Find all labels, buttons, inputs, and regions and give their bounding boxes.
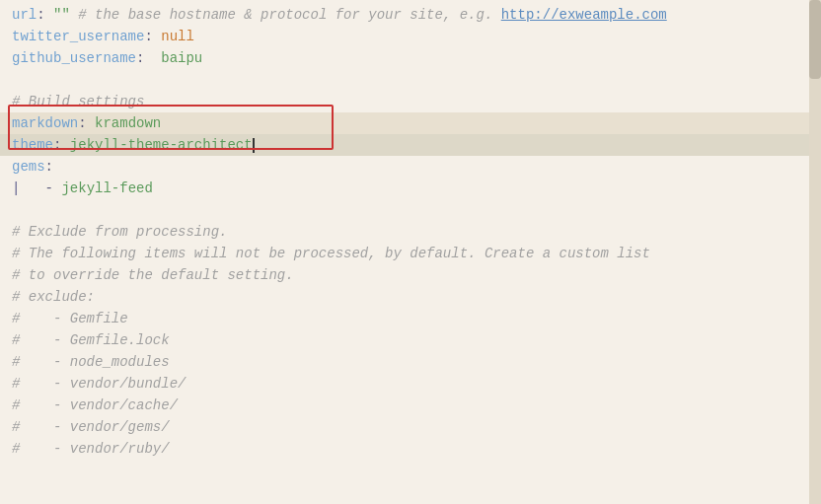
line-18: # - vendor/bundle/ (0, 373, 821, 395)
line-5: # Build settings (0, 91, 821, 112)
line-7: theme: jekyll-theme-architect (0, 134, 821, 156)
line-3: github_username: baipu (0, 47, 821, 69)
line-17: # - node_modules (0, 351, 821, 373)
line-9: | - jekyll-feed (0, 178, 821, 199)
code-editor[interactable]: url: "" # the base hostname & protocol f… (0, 0, 821, 504)
line-4 (0, 69, 821, 91)
scrollbar-thumb[interactable] (809, 0, 821, 79)
line-16: # - Gemfile.lock (0, 329, 821, 351)
line-19: # - vendor/cache/ (0, 395, 821, 416)
line-10 (0, 199, 821, 221)
text-cursor (253, 138, 255, 153)
line-12: # The following items will not be proces… (0, 243, 821, 264)
line-6: markdown: kramdown (0, 112, 821, 134)
line-15: # - Gemfile (0, 308, 821, 329)
line-21: # - vendor/ruby/ (0, 438, 821, 460)
line-2: twitter_username: null (0, 26, 821, 47)
key-url: url (12, 7, 37, 23)
line-13: # to override the default setting. (0, 264, 821, 286)
line-8: gems: (0, 156, 821, 178)
scrollbar[interactable] (809, 0, 821, 504)
line-20: # - vendor/gems/ (0, 416, 821, 438)
line-14: # exclude: (0, 286, 821, 308)
line-1: url: "" # the base hostname & protocol f… (0, 4, 821, 26)
line-11: # Exclude from processing. (0, 221, 821, 243)
